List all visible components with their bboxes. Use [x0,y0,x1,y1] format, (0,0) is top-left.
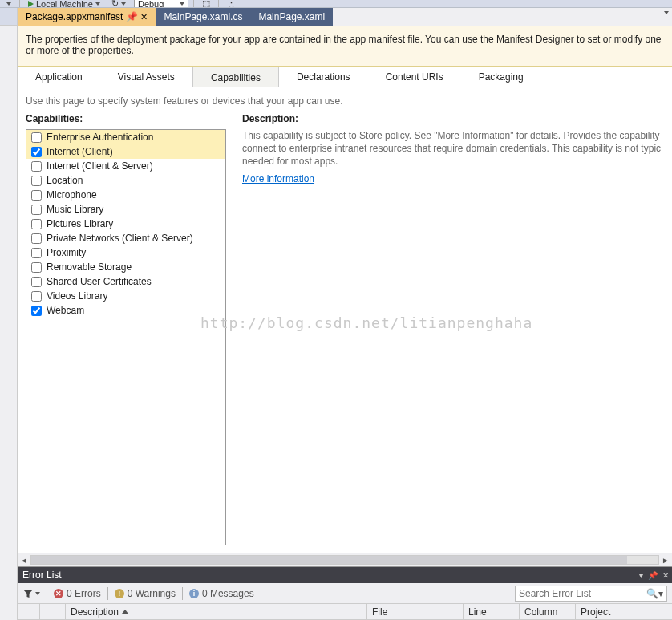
mtab-content-uris[interactable]: Content URIs [368,67,461,87]
capability-row[interactable]: Videos Library [26,289,225,303]
close-icon[interactable]: ✕ [140,12,148,22]
more-information-link[interactable]: More information [242,173,314,184]
capability-checkbox[interactable] [31,147,42,157]
config-label: Debug [138,0,164,8]
tabs-overflow-dropdown[interactable] [664,11,669,14]
capability-row[interactable]: Location [26,173,225,188]
pin-icon[interactable]: 📌 [648,571,658,580]
mtab-packaging[interactable]: Packaging [461,67,541,87]
error-search-box[interactable]: 🔍▾ [515,586,667,602]
capability-row[interactable]: Shared User Certificates [26,274,225,289]
error-list-header: Description File Line Column Project [18,604,672,620]
manifest-info-banner: The properties of the deployment package… [18,26,672,67]
capability-label: Videos Library [47,290,108,302]
capability-label: Webcam [47,305,84,316]
launch-label: Local Machine [36,0,93,8]
capability-checkbox[interactable] [31,291,42,302]
tab-label: Package.appxmanifest [26,11,123,22]
mtab-declarations[interactable]: Declarations [279,67,368,87]
search-icon[interactable]: 🔍▾ [646,588,663,599]
left-dock-gutter [0,8,18,620]
capability-row[interactable]: Music Library [26,202,225,217]
capability-label: Pictures Library [47,218,113,229]
capability-label: Internet (Client) [47,146,113,157]
config-combo[interactable]: Debug [134,0,188,8]
col-line[interactable]: Line [464,604,520,619]
col-file[interactable]: File [367,604,464,619]
capability-row[interactable]: Removable Storage [26,260,225,274]
messages-chip[interactable]: i 0 Messages [189,588,254,599]
col-project[interactable]: Project [576,604,672,619]
capability-checkbox[interactable] [31,248,42,258]
main-toolbar: Local Machine ↻ Debug ⬚ ⛬ [0,0,672,8]
capability-label: Shared User Certificates [47,276,152,287]
toolbar-dropdown[interactable] [3,2,14,6]
horizontal-scrollbar[interactable]: ◄ ► [18,553,672,566]
scroll-track[interactable] [30,555,659,565]
window-menu-icon[interactable]: ▾ [639,571,643,580]
tab-package-appxmanifest[interactable]: Package.appxmanifest 📌 ✕ [18,8,156,26]
tab-label: MainPage.xaml [258,11,325,22]
tab-mainpage-xaml[interactable]: MainPage.xaml [250,8,333,26]
pin-icon[interactable]: 📌 [128,13,136,21]
manifest-designer: The properties of the deployment package… [18,26,672,566]
capability-checkbox[interactable] [31,190,42,201]
capabilities-list[interactable]: Enterprise AuthenticationInternet (Clien… [26,129,226,545]
capability-row[interactable]: Internet (Client) [26,144,225,159]
tab-label: MainPage.xaml.cs [164,11,242,22]
error-list-toolbar: ✕ 0 Errors ! 0 Warnings i 0 Messages 🔍▾ [18,583,672,604]
errors-chip[interactable]: ✕ 0 Errors [54,588,101,599]
play-icon [28,1,34,7]
gutter-box[interactable] [0,8,17,26]
capability-row[interactable]: Proximity [26,245,225,260]
refresh-button[interactable]: ↻ [108,0,129,8]
capability-checkbox[interactable] [31,262,42,273]
capability-checkbox[interactable] [31,132,42,143]
capability-row[interactable]: Internet (Client & Server) [26,159,225,173]
mtab-capabilities[interactable]: Capabilities [192,67,279,87]
capability-label: Music Library [47,204,103,215]
toolbar-icon-1[interactable]: ⬚ [199,0,213,8]
capability-checkbox[interactable] [31,219,42,229]
scroll-left-arrow[interactable]: ◄ [18,556,30,565]
warnings-chip[interactable]: ! 0 Warnings [115,588,176,599]
filter-button[interactable] [22,588,40,599]
capability-checkbox[interactable] [31,233,42,244]
capability-row[interactable]: Webcam [26,303,225,318]
capability-checkbox[interactable] [31,306,42,316]
capability-label: Private Networks (Client & Server) [47,233,193,244]
scroll-right-arrow[interactable]: ► [659,556,672,565]
col-icon[interactable] [18,604,40,619]
launch-button[interactable]: Local Machine [25,0,103,8]
capability-checkbox[interactable] [31,277,42,287]
capability-label: Enterprise Authentication [47,132,153,143]
capability-label: Location [47,175,83,186]
capability-checkbox[interactable] [31,176,42,186]
capability-label: Removable Storage [47,261,132,273]
tab-mainpage-xaml-cs[interactable]: MainPage.xaml.cs [156,8,250,26]
mtab-application[interactable]: Application [18,67,100,87]
capability-row[interactable]: Private Networks (Client & Server) [26,231,225,245]
close-icon[interactable]: ✕ [662,571,669,580]
capability-checkbox[interactable] [31,205,42,215]
warnings-count: 0 Warnings [128,588,176,599]
col-description[interactable]: Description [66,604,367,619]
error-search-input[interactable] [519,588,646,599]
error-icon: ✕ [54,589,63,598]
error-list-titlebar[interactable]: Error List ▾ 📌 ✕ [18,567,672,583]
col-column[interactable]: Column [520,604,576,619]
errors-count: 0 Errors [67,588,101,599]
messages-count: 0 Messages [202,588,254,599]
capability-checkbox[interactable] [31,161,42,172]
scroll-thumb[interactable] [31,556,627,564]
capability-row[interactable]: Pictures Library [26,217,225,231]
capabilities-heading: Capabilities: [26,113,226,124]
capability-row[interactable]: Microphone [26,188,225,202]
manifest-tab-row: Application Visual Assets Capabilities D… [18,67,672,87]
col-index[interactable] [40,604,66,619]
capability-description: This capability is subject to Store poli… [242,129,664,168]
toolbar-icon-2[interactable]: ⛬ [224,0,239,8]
mtab-visual-assets[interactable]: Visual Assets [100,67,192,87]
warning-icon: ! [115,589,124,598]
capability-row[interactable]: Enterprise Authentication [26,130,225,144]
